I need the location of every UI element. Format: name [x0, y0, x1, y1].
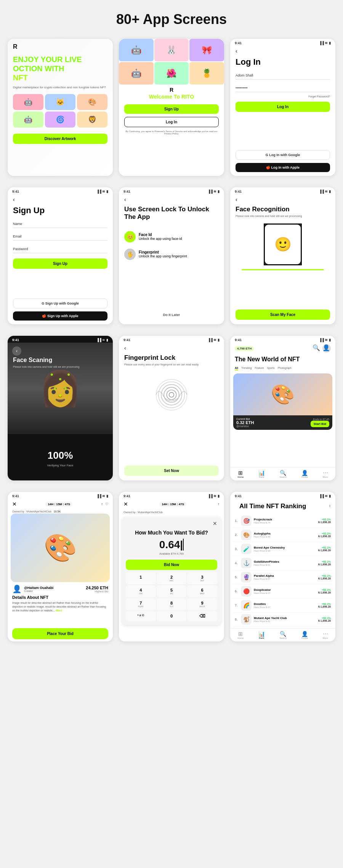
- nft-detail-image: 🎨: [11, 514, 110, 582]
- rank-nav-profile[interactable]: 👤Profile: [301, 631, 308, 639]
- num-5[interactable]: 5JKL: [157, 585, 187, 597]
- place-bid-button[interactable]: Place Your Bid: [12, 628, 108, 639]
- fingerprint-text: Fingerprint Unlock the app using fingerp…: [139, 250, 187, 258]
- num-7[interactable]: 7PQRS: [126, 598, 156, 610]
- tab-feature[interactable]: Feature: [255, 367, 264, 370]
- num-2[interactable]: 2ABC: [157, 572, 187, 584]
- username-field[interactable]: Adom Shafi: [236, 72, 330, 80]
- signup-button[interactable]: Sign Up: [13, 258, 107, 269]
- corner-tl: [264, 223, 270, 230]
- rank-item-3[interactable]: 3. 🧪 Bored Ape Chemistry Floor Price ₺ 9…: [233, 542, 332, 556]
- screen-nft-ranking: 9:41 ▐▐ ≋ ▮ All Time NFT Ranking ↕ 1. 🎯 …: [230, 492, 335, 641]
- tab-photograph[interactable]: Photograph: [278, 367, 292, 370]
- rank-nav-home[interactable]: ⊞Home: [237, 631, 244, 639]
- lock-back-arrow[interactable]: ‹: [119, 194, 224, 203]
- rank-info: Doodles Floor Price ₺ 67: [254, 602, 316, 608]
- search-icon: 🔍: [279, 470, 287, 476]
- status-bar: 9:41 ▐▐ ≋ ▮: [230, 492, 335, 499]
- owned-by: Owned by : MutantApeYachtClub 10.5K: [8, 509, 113, 514]
- rank-nav-rank[interactable]: 📊Rank: [258, 631, 265, 639]
- apple-login-button[interactable]: 🍎 Log In with Apple: [236, 163, 330, 172]
- rank-item-2[interactable]: 2. 🎨 Autoglyphs Floor Price ₺ 86 +62.1% …: [233, 528, 332, 542]
- nav-more[interactable]: ⋯More: [323, 470, 328, 478]
- rank-number: 8.: [235, 617, 239, 621]
- rito-signup-button[interactable]: Sign Up: [124, 104, 219, 114]
- google-signup-button[interactable]: G Sign Up with Google: [13, 298, 107, 308]
- search-icon[interactable]: 🔍: [313, 344, 320, 353]
- rito-top-images: 🤖 🐰 🎀 🤖 🌺 🍍: [119, 39, 224, 85]
- nav-profile[interactable]: 👤Profile: [301, 470, 308, 478]
- login-button[interactable]: Log In: [236, 102, 330, 112]
- svg-point-4: [64, 387, 67, 389]
- artist-avatar: 👤: [12, 584, 22, 594]
- num-1[interactable]: 1: [126, 572, 156, 584]
- profile-icon: 👤: [301, 470, 308, 476]
- bid-now-button[interactable]: Bid Now: [126, 560, 217, 570]
- fp-back[interactable]: ‹: [119, 343, 224, 352]
- num-3[interactable]: 3DEF: [187, 572, 217, 584]
- num-6[interactable]: 6MNO: [187, 585, 217, 597]
- face-id-option[interactable]: 😊 Face Id Unlock the app using face-id: [124, 231, 219, 243]
- num-0[interactable]: 0: [157, 611, 187, 621]
- password-signup-field[interactable]: Password: [13, 245, 107, 253]
- do-later-link[interactable]: Do It Later: [119, 308, 224, 321]
- modal-close-icon[interactable]: ✕: [126, 520, 217, 527]
- bid-close-icon[interactable]: ✕: [123, 501, 128, 507]
- num-9[interactable]: 9WXYZ: [187, 598, 217, 610]
- rank-avatar: 🐒: [241, 614, 252, 625]
- rank-item-5[interactable]: 5. 🔮 Parallel Alpha Floor Price ₺ 67 +62…: [233, 570, 332, 584]
- fingerprint-option[interactable]: 🖐 Fingerprint Unlock the app using finge…: [124, 249, 219, 260]
- num-special[interactable]: * # ©: [126, 611, 156, 621]
- rank-nav-more[interactable]: ⋯More: [323, 631, 328, 639]
- set-now-button[interactable]: Set Now: [124, 466, 219, 476]
- rank-price: ₺ 1,898.28: [318, 591, 331, 594]
- heart-icon[interactable]: ♡: [105, 502, 108, 506]
- email-field[interactable]: Email: [13, 233, 107, 241]
- nav-home[interactable]: ⊞Home: [237, 470, 244, 478]
- rank-nav-search[interactable]: 🔍Search: [279, 631, 287, 639]
- nft-thumb-5: 🌀: [45, 112, 75, 128]
- google-login-button[interactable]: G Log In with Google: [236, 150, 330, 160]
- face-scan-back[interactable]: ‹: [12, 346, 21, 356]
- signup-back-arrow[interactable]: ‹: [8, 194, 113, 203]
- rank-price: ₺ 1,898.28: [318, 605, 331, 608]
- rank-item-4[interactable]: 4. ⚓ GoldSilverPirates Floor Price ₺ 61 …: [233, 556, 332, 570]
- rank-item-6[interactable]: 6. 🔴 Dooplicator Floor Price ₺ 07 +62.1%…: [233, 584, 332, 598]
- avatar-icon[interactable]: 👤: [322, 344, 331, 353]
- nav-rank[interactable]: 📊Rank: [258, 470, 265, 478]
- rank-avatar: 🔮: [241, 572, 252, 582]
- tab-trending[interactable]: Trending: [241, 367, 252, 370]
- rank-name: Doodles: [254, 602, 316, 606]
- apple-signup-button[interactable]: 🍎 Sign Up with Apple: [13, 311, 107, 321]
- ranking-header: All Time NFT Ranking ↕: [230, 499, 335, 512]
- svg-point-5: [59, 394, 61, 397]
- face-frame: 🙂: [230, 220, 335, 269]
- password-field[interactable]: ••••••••••: [236, 84, 330, 92]
- discover-artwork-button[interactable]: Discover Artwork: [13, 134, 107, 144]
- login-back-arrow[interactable]: ‹: [230, 46, 335, 55]
- num-4[interactable]: 4GHI: [126, 585, 156, 597]
- scan-face-button[interactable]: Scan My Face: [236, 310, 330, 320]
- rito-login-button[interactable]: Log In: [124, 117, 219, 127]
- ranking-filter-icon[interactable]: ↕: [329, 504, 331, 508]
- face-rec-back[interactable]: ‹: [230, 194, 335, 203]
- start-bid-button[interactable]: Start Bid: [311, 421, 329, 427]
- close-icon[interactable]: ✕: [12, 501, 17, 507]
- name-field[interactable]: Name: [13, 220, 107, 228]
- home-icon: ⊞: [237, 470, 244, 476]
- more-link[interactable]: More: [56, 609, 62, 612]
- nav-search[interactable]: 🔍Search: [279, 470, 287, 478]
- share-icon[interactable]: ↑: [101, 502, 103, 506]
- rank-item-1[interactable]: 1. 🎯 Projectcrack Floor Price ₺ 74 +63.1…: [233, 514, 332, 528]
- tab-sports[interactable]: Sports: [267, 367, 274, 370]
- bid-share-icon[interactable]: ↑: [218, 502, 220, 506]
- status-time: 9:41: [12, 190, 19, 193]
- num-8[interactable]: 8TUV: [157, 598, 187, 610]
- rank-item-8[interactable]: 8. 🐒 Mutant Ape Yacht Club Floor Price ₺…: [233, 613, 332, 627]
- num-delete[interactable]: ⌫: [187, 611, 217, 621]
- rank-item-7[interactable]: 7. 🌈 Doodles Floor Price ₺ 67 +62.1% ₺ 1…: [233, 598, 332, 613]
- rank-number: 5.: [235, 575, 239, 579]
- tab-all[interactable]: All: [235, 367, 238, 370]
- forgot-password-link[interactable]: Forget Password?: [236, 95, 330, 98]
- price-info: 24.250 ETH Highest Bid: [86, 586, 108, 593]
